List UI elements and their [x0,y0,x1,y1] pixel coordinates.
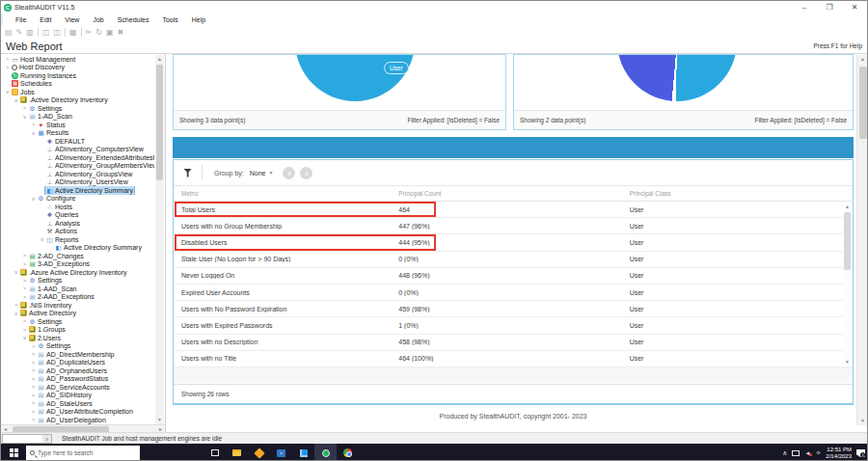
expand-icon[interactable]: > [30,409,37,415]
tree-item[interactable]: >.NIS Inventory [1,301,154,310]
delete-icon[interactable]: ✖ [117,27,123,39]
report-scroll-up-icon[interactable]: ▲ [857,55,868,64]
start-button[interactable] [1,444,26,461]
new-job-icon[interactable]: ▤ [5,27,13,39]
run-job-icon[interactable]: ▦ [69,27,77,39]
tree-item[interactable]: >▤AD_UserDelegation [1,416,154,424]
tree-item[interactable]: >▤2-AAD_Exceptions [1,293,154,302]
pie-chart-enabled-disabled[interactable] [617,54,737,101]
collapse-groups-button[interactable]: ∧ [300,167,312,179]
expand-icon[interactable]: > [30,384,37,390]
expand-icon[interactable]: > [21,318,28,324]
expand-icon[interactable]: > [4,56,11,62]
tree-vertical-scrollbar[interactable]: ▲ ▼ [155,55,164,424]
tree-item[interactable]: >⚙Settings [1,317,154,326]
collapse-icon[interactable]: v [21,114,28,120]
tree-item[interactable]: >⚙Settings [1,277,154,285]
file-explorer-icon[interactable] [226,444,248,461]
tree-item[interactable]: ◧Active Directory Summary [1,244,154,253]
menu-file[interactable]: File [9,16,33,23]
notifications-icon[interactable]: 1 [856,449,865,457]
tree-item[interactable]: ⊥ADInventory_ExtendedAttributesP [1,153,154,162]
menu-schedules[interactable]: Schedules [111,16,156,23]
taskbar-search[interactable]: Type here to search [26,446,140,460]
tree-item[interactable]: >▤AD_PasswordStatus [1,375,154,384]
tree-item[interactable]: >▤AD_UserAttributeCompletion [1,408,154,417]
open-folder-icon[interactable]: ▥ [26,27,34,39]
collapse-icon[interactable]: v [13,97,19,103]
combo-dropdown-icon[interactable]: ∨ [42,435,51,443]
column-header[interactable]: Principal Count [391,190,621,197]
menu-help[interactable]: Help [185,16,212,23]
tree-item[interactable]: vJobs [1,88,154,96]
status-combo-box[interactable]: ∨ [2,434,52,444]
chevron-down-icon[interactable]: ▼ [268,170,273,176]
connected-devices-icon[interactable]: ✧ [815,449,821,457]
menu-edit[interactable]: Edit [33,16,58,23]
photos-icon[interactable] [292,444,314,461]
tree-item[interactable]: ↻Running Instances [1,71,154,80]
expand-icon[interactable]: > [30,417,37,422]
expand-icon[interactable]: > [21,294,28,300]
column-header[interactable]: Principal Class [622,190,853,197]
expand-icon[interactable]: > [21,253,28,258]
tree-item[interactable]: >▤AD_SIDHistory [1,392,154,400]
tree-item[interactable]: >⚙Settings [1,104,154,113]
tree-item[interactable]: v.Azure Active Directory Inventory [1,268,154,277]
report-vscroll-thumb[interactable] [859,67,867,139]
undo-icon[interactable]: ↻ [95,27,102,39]
collapse-icon[interactable]: v [4,89,11,95]
edit-icon[interactable]: ✎ [16,27,23,39]
tree-item[interactable]: >▤AD_DirectMembership [1,350,154,359]
scroll-up-icon[interactable]: ▲ [155,55,164,64]
expand-icon[interactable]: > [30,343,37,349]
table-row[interactable]: Users with Expired Passwords1 (0%)User [174,317,853,334]
filter-icon[interactable] [183,169,192,177]
chrome-icon[interactable] [337,444,359,461]
expand-icon[interactable]: > [30,122,37,127]
tree-item[interactable]: ❖Queries [1,211,154,220]
clock[interactable]: 12:51 PM 2/14/2023 [826,447,852,460]
column-header[interactable]: Metric [174,190,391,197]
tree-item[interactable]: v.Active Directory Inventory [1,96,154,105]
menu-view[interactable]: View [58,16,86,23]
tree-item[interactable]: ◧Active Directory Summary [1,186,154,195]
table-row[interactable]: Users with no Title464 (100%)User [174,351,853,367]
close-button[interactable]: ✕ [842,1,867,14]
menu-tools[interactable]: Tools [155,16,184,23]
table-row[interactable]: Total Users464User [174,202,853,218]
table-row[interactable]: Disabled Users444 (95%)User [174,234,853,251]
cut-icon[interactable]: ✂ [86,27,93,39]
tree-item[interactable]: ⊥ADInventory_GroupMembersView [1,162,154,171]
tray-chevron-up-icon[interactable]: ∧ [782,449,787,457]
table-row[interactable]: Users with No Password Expiration459 (98… [174,301,853,317]
expand-icon[interactable]: > [30,376,37,382]
expand-icon[interactable]: > [21,261,28,267]
report-vertical-scrollbar[interactable]: ▲ ▼ [856,55,867,425]
paste-icon[interactable]: ▣ [106,27,114,39]
tree-item[interactable]: v▦Results [1,129,154,138]
tree-item[interactable]: ⊥ADInventory_ComputersView [1,146,154,154]
expand-icon[interactable]: > [21,105,28,111]
minimize-button[interactable]: – [792,1,817,14]
restore-button[interactable]: ❐ [817,1,842,14]
tree-item[interactable]: v▤1-AD_Scan [1,113,154,122]
tree-item[interactable]: ⊥ADInventory_UsersView [1,178,154,187]
expand-icon[interactable]: > [13,302,19,308]
tree-item[interactable]: ∴Hosts [1,203,154,211]
expand-icon[interactable]: > [30,360,37,366]
collapse-icon[interactable]: v [13,269,19,275]
expand-icon[interactable]: > [21,278,28,284]
tree-item[interactable]: >▤1-AAD_Scan [1,285,154,293]
task-view-icon[interactable] [203,444,226,461]
tree-item[interactable]: >▤2-AD_Changes [1,252,154,260]
tree-item[interactable]: >▤AD_ServiceAccounts [1,383,154,392]
table-vscroll-thumb[interactable] [844,212,851,270]
expand-groups-button[interactable]: ∨ [283,167,295,179]
expand-icon[interactable]: > [30,393,37,398]
collapse-icon[interactable]: v [13,311,19,316]
tree-item[interactable]: >▤AD_StaleUsers [1,399,154,408]
table-row[interactable]: Never Logged On448 (96%)User [174,268,853,285]
tree-item[interactable]: vActive Directory [1,310,154,318]
table-row[interactable]: Users with no Group Membership447 (96%)U… [174,218,853,234]
